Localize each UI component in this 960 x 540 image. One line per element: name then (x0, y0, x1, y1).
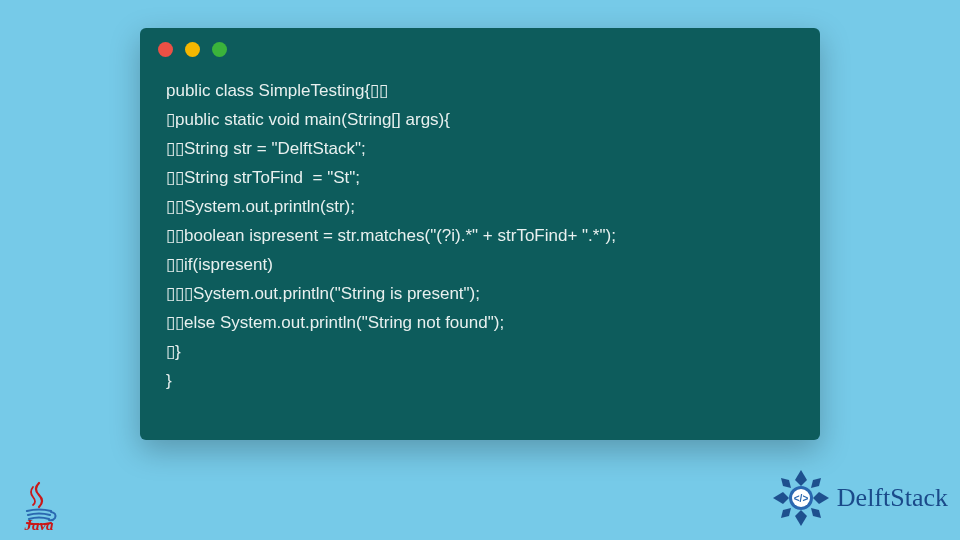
close-icon[interactable] (158, 42, 173, 57)
code-window: public class SimpleTesting{▯▯ ▯public st… (140, 28, 820, 440)
code-content: public class SimpleTesting{▯▯ ▯public st… (140, 70, 820, 415)
maximize-icon[interactable] (212, 42, 227, 57)
java-logo: Java (14, 481, 64, 534)
window-titlebar (140, 28, 820, 70)
minimize-icon[interactable] (185, 42, 200, 57)
delftstack-label: DelftStack (837, 483, 948, 513)
delftstack-icon: </> (769, 466, 833, 530)
delftstack-logo: </> DelftStack (769, 466, 948, 530)
svg-text:</>: </> (794, 493, 809, 504)
java-cup-icon (19, 481, 59, 517)
